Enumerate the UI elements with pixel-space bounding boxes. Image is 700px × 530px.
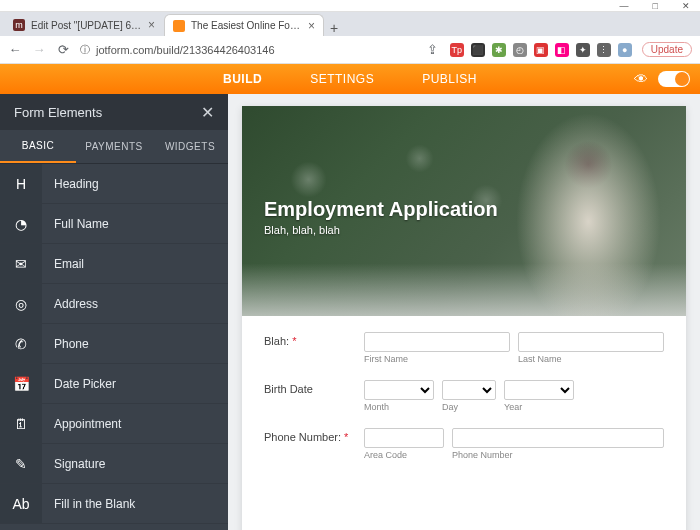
element-label: Full Name: [42, 217, 109, 231]
required-mark: *: [292, 335, 296, 347]
element-label: Phone: [42, 337, 89, 351]
favicon-icon: [173, 20, 185, 32]
input-caption: Year: [504, 402, 574, 412]
element-icon: H: [0, 164, 42, 203]
input-caption: Month: [364, 402, 434, 412]
address-bar[interactable]: ⓘ jotform.com/build/213364426403146: [80, 43, 416, 57]
sidebar-tab-payments[interactable]: PAYMENTS: [76, 130, 152, 163]
extension-icon[interactable]: ✦: [576, 43, 590, 57]
extension-icon[interactable]: Tp: [450, 43, 464, 57]
browser-tab-0[interactable]: m Edit Post "[UPDATE] 6 Free Altern ×: [4, 14, 164, 36]
input-caption: Phone Number: [452, 450, 664, 460]
builder-top-bar: BUILD SETTINGS PUBLISH 👁: [0, 64, 700, 94]
extension-icon[interactable]: ▣: [534, 43, 548, 57]
extension-icon[interactable]: ◴: [513, 43, 527, 57]
sidebar-tab-basic[interactable]: BASIC: [0, 130, 76, 163]
extensions: Tp⬛✱◴▣◧✦⋮●: [450, 43, 632, 57]
extension-icon[interactable]: ✱: [492, 43, 506, 57]
tab-settings[interactable]: SETTINGS: [306, 66, 378, 92]
preview-toggle[interactable]: [658, 71, 690, 87]
window-minimize[interactable]: —: [614, 1, 635, 11]
day-select[interactable]: [442, 380, 496, 400]
element-icon: 📅: [0, 364, 42, 403]
form-elements-sidebar: Form Elements ✕ BASIC PAYMENTS WIDGETS H…: [0, 94, 228, 530]
window-close[interactable]: ✕: [676, 1, 696, 11]
form-subtitle: Blah, blah, blah: [264, 224, 340, 236]
element-icon: 🗓: [0, 404, 42, 443]
tab-close-icon[interactable]: ×: [148, 19, 155, 31]
forward-button[interactable]: →: [32, 42, 46, 57]
field-birthdate[interactable]: Birth Date Month Day Year: [264, 380, 664, 412]
field-label: Phone Number:: [264, 431, 341, 443]
close-icon[interactable]: ✕: [201, 103, 214, 122]
new-tab-button[interactable]: +: [324, 20, 344, 36]
field-name[interactable]: Blah: * First Name Last Name: [264, 332, 664, 364]
element-icon: ✎: [0, 444, 42, 483]
extension-icon[interactable]: ◧: [555, 43, 569, 57]
input-caption: Day: [442, 402, 496, 412]
form-canvas[interactable]: ⚒ Employment Application Blah, blah, bla…: [228, 94, 700, 530]
update-button[interactable]: Update: [642, 42, 692, 57]
back-button[interactable]: ←: [8, 42, 22, 57]
element-label: Fill in the Blank: [42, 497, 135, 511]
sidebar-title: Form Elements: [14, 105, 102, 120]
address-bar-row: ← → ⟳ ⓘ jotform.com/build/21336442640314…: [0, 36, 700, 64]
tab-strip: m Edit Post "[UPDATE] 6 Free Altern × Th…: [0, 12, 700, 36]
form-preview: Employment Application Blah, blah, blah …: [242, 106, 686, 530]
element-phone[interactable]: ✆Phone: [0, 324, 228, 364]
share-icon[interactable]: ⇪: [426, 42, 440, 57]
phone-number-input[interactable]: [452, 428, 664, 448]
element-label: Date Picker: [42, 377, 116, 391]
form-header-image[interactable]: Employment Application Blah, blah, blah: [242, 106, 686, 316]
element-appointment[interactable]: 🗓Appointment: [0, 404, 228, 444]
preview-icon[interactable]: 👁: [634, 71, 648, 87]
area-code-input[interactable]: [364, 428, 444, 448]
month-select[interactable]: [364, 380, 434, 400]
tab-title: Edit Post "[UPDATE] 6 Free Altern: [31, 20, 142, 31]
extension-icon[interactable]: ⬛: [471, 43, 485, 57]
element-fill-in-the-blank[interactable]: AbFill in the Blank: [0, 484, 228, 524]
favicon-icon: m: [13, 19, 25, 31]
extension-icon[interactable]: ⋮: [597, 43, 611, 57]
element-icon: Ab: [0, 484, 42, 523]
required-mark: *: [344, 431, 348, 443]
sidebar-tab-widgets[interactable]: WIDGETS: [152, 130, 228, 163]
element-icon: ◔: [0, 204, 42, 243]
window-maximize[interactable]: □: [647, 1, 664, 11]
first-name-input[interactable]: [364, 332, 510, 352]
element-date-picker[interactable]: 📅Date Picker: [0, 364, 228, 404]
element-signature[interactable]: ✎Signature: [0, 444, 228, 484]
extension-icon[interactable]: ●: [618, 43, 632, 57]
element-address[interactable]: ◎Address: [0, 284, 228, 324]
field-label: Birth Date: [264, 383, 313, 395]
element-heading[interactable]: HHeading: [0, 164, 228, 204]
element-icon: ◎: [0, 284, 42, 323]
reload-button[interactable]: ⟳: [56, 42, 70, 57]
element-label: Appointment: [42, 417, 121, 431]
site-info-icon[interactable]: ⓘ: [80, 43, 90, 57]
year-select[interactable]: [504, 380, 574, 400]
element-email[interactable]: ✉Email: [0, 244, 228, 284]
element-label: Signature: [42, 457, 105, 471]
browser-tab-1[interactable]: The Easiest Online Form Builder | ×: [164, 14, 324, 36]
field-phone[interactable]: Phone Number: * Area Code Phone Number: [264, 428, 664, 460]
input-caption: Last Name: [518, 354, 664, 364]
field-label: Blah:: [264, 335, 289, 347]
element-icon: ✆: [0, 324, 42, 363]
input-caption: Area Code: [364, 450, 444, 460]
element-icon: ✉: [0, 244, 42, 283]
url-text: jotform.com/build/213364426403146: [96, 44, 275, 56]
input-caption: First Name: [364, 354, 510, 364]
form-title: Employment Application: [264, 198, 498, 221]
tab-close-icon[interactable]: ×: [308, 20, 315, 32]
tab-title: The Easiest Online Form Builder |: [191, 20, 302, 31]
element-full-name[interactable]: ◔Full Name: [0, 204, 228, 244]
last-name-input[interactable]: [518, 332, 664, 352]
element-label: Heading: [42, 177, 99, 191]
element-label: Email: [42, 257, 84, 271]
tab-publish[interactable]: PUBLISH: [418, 66, 481, 92]
tab-build[interactable]: BUILD: [219, 66, 266, 92]
element-label: Address: [42, 297, 98, 311]
